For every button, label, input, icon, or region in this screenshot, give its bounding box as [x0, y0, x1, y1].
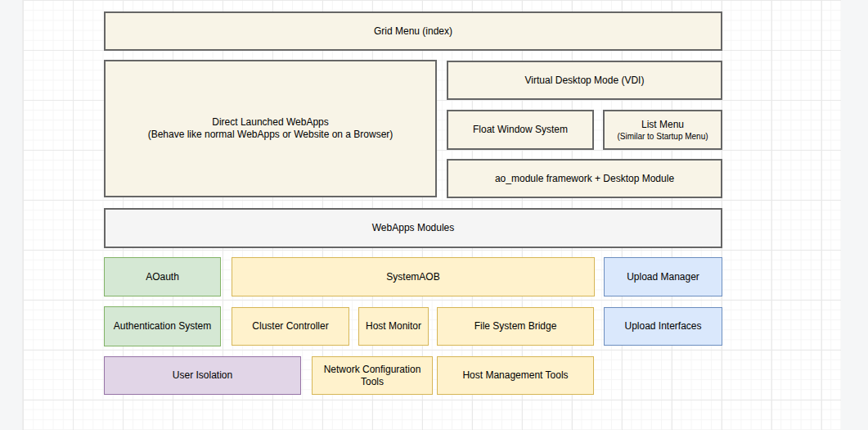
node-system-aob[interactable]: SystemAOB	[232, 257, 595, 296]
node-label: Upload Manager	[609, 271, 717, 283]
node-label: Grid Menu (index)	[110, 25, 716, 38]
node-label: AOauth	[110, 271, 215, 283]
node-grid-menu[interactable]: Grid Menu (index)	[104, 11, 722, 51]
node-label: Host Management Tools	[443, 369, 588, 382]
node-label: Cluster Controller	[237, 320, 344, 333]
node-upload-interfaces[interactable]: Upload Interfaces	[604, 307, 722, 346]
node-cluster-controller[interactable]: Cluster Controller	[232, 307, 349, 346]
node-user-isolation[interactable]: User Isolation	[104, 356, 301, 395]
node-ao-module[interactable]: ao_module framework + Desktop Module	[447, 159, 722, 198]
node-label: ao_module framework + Desktop Module	[453, 173, 716, 185]
node-file-system-bridge[interactable]: File System Bridge	[437, 307, 594, 346]
node-label: SystemAOB	[237, 271, 589, 283]
node-label: Direct Launched WebApps	[110, 116, 430, 129]
node-label: User Isolation	[110, 369, 295, 382]
node-label: Float Window System	[453, 124, 587, 136]
node-float-window[interactable]: Float Window System	[447, 110, 594, 150]
node-authentication-system[interactable]: Authentication System	[104, 306, 221, 346]
node-label: Network Configuration Tools	[317, 364, 427, 388]
node-direct-webapps[interactable]: Direct Launched WebApps(Behave like norm…	[104, 60, 437, 197]
node-label: List Menu	[609, 119, 716, 131]
node-label: Host Monitor	[364, 320, 423, 333]
node-host-monitor[interactable]: Host Monitor	[358, 307, 429, 346]
node-sublabel: (Similar to Startup Menu)	[609, 131, 716, 142]
canvas-margin-left	[0, 0, 22, 430]
canvas-margin-right	[841, 0, 868, 430]
node-label: Upload Interfaces	[609, 320, 717, 333]
node-label: File System Bridge	[443, 320, 588, 333]
node-list-menu[interactable]: List Menu(Similar to Startup Menu)	[603, 110, 722, 150]
node-sublabel: (Behave like normal WebApps or Website o…	[110, 129, 430, 141]
node-virtual-desktop[interactable]: Virtual Desktop Mode (VDI)	[447, 61, 722, 100]
node-host-management-tools[interactable]: Host Management Tools	[437, 356, 594, 395]
node-upload-manager[interactable]: Upload Manager	[604, 257, 722, 296]
drawio-canvas: Grid Menu (index)Direct Launched WebApps…	[0, 0, 868, 430]
node-label: WebApps Modules	[110, 222, 716, 234]
node-webapps-modules[interactable]: WebApps Modules	[104, 208, 722, 248]
node-label: Authentication System	[110, 320, 215, 333]
node-network-configuration-tools[interactable]: Network Configuration Tools	[312, 356, 433, 395]
node-label: Virtual Desktop Mode (VDI)	[453, 75, 716, 87]
node-aoauth[interactable]: AOauth	[104, 257, 221, 296]
